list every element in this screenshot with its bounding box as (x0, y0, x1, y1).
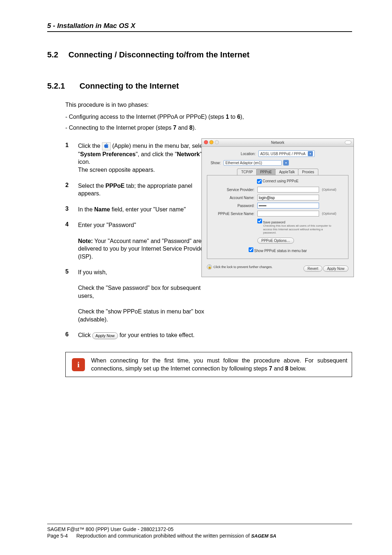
info-icon-wrap: i (66, 352, 91, 377)
zoom-icon[interactable] (215, 140, 219, 144)
step-1: 1 Click the (Apple) menu in the menu bar… (65, 142, 211, 174)
show-status-checkbox[interactable] (249, 247, 253, 252)
step-number: 1 (65, 142, 78, 174)
page-number: Page 5-4 (47, 533, 68, 539)
steps-container: Network Location: ADSL USB PPPoE / PPPoA… (65, 142, 352, 377)
step-5: 5 If you wish, Check the "Save password"… (65, 268, 211, 323)
intro-text: This procedure is in two phases: (65, 102, 352, 108)
pppoe-options-button[interactable]: PPPoE Options… (257, 238, 294, 244)
step-number: 6 (65, 331, 78, 339)
tab-proxies[interactable]: Proxies (298, 169, 318, 175)
tab-panel: Connect using PPPoE Service Provider:(Op… (207, 175, 348, 259)
show-select-arrow[interactable]: ▾ (283, 160, 289, 166)
subsection-heading: 5.2.1Connecting to the Internet (47, 81, 352, 91)
phase-1: - Configuring access to the Internet (PP… (65, 114, 352, 120)
optional-label: (Optional) (322, 188, 336, 191)
tabs: TCP/IP PPPoE AppleTalk Proxies (207, 169, 348, 175)
chevron-updown-icon: ▾ (308, 151, 313, 156)
info-icon: i (72, 358, 85, 371)
lock-row: 🔒Click the lock to prevent further chang… (207, 264, 273, 270)
step-body: Select the PPPoE tab; the appropriate pa… (78, 182, 211, 198)
step-3: 3 In the Name field, enter your "User na… (65, 206, 211, 214)
subsection-title: Connecting to the Internet (79, 81, 179, 90)
step-2: 2 Select the PPPoE tab; the appropriate … (65, 182, 211, 198)
network-preferences-window: Network Location: ADSL USB PPPoE / PPPoA… (201, 138, 354, 277)
footer-line-1: SAGEM F@st™ 800 (PPP) User Guide - 28802… (47, 526, 352, 532)
show-select[interactable]: Ethernet Adaptor (en1) (224, 160, 282, 166)
subsection-number: 5.2.1 (47, 81, 65, 91)
location-label: Location: (241, 152, 256, 156)
pppoe-service-name-input[interactable] (257, 211, 319, 216)
account-name-label: Account Name: (211, 196, 254, 200)
tab-appletalk[interactable]: AppleTalk (275, 169, 299, 175)
footer-line-2: Page 5-4 Reproduction and communication … (47, 533, 352, 539)
pane-body: Location: ADSL USB PPPoE / PPPoA▾ Show: … (202, 147, 354, 277)
section-title: Connecting / Disconnecting to/from the I… (69, 50, 250, 59)
section-heading: 5.2Connecting / Disconnecting to/from th… (47, 50, 352, 60)
apple-menu-icon (102, 142, 111, 150)
save-password-hint: Checking this box allows all users of th… (263, 224, 336, 235)
step-body: If you wish, Check the "Save password" b… (78, 268, 211, 323)
tab-pppoe[interactable]: PPPoE (256, 169, 276, 175)
page-footer: SAGEM F@st™ 800 (PPP) User Guide - 28802… (47, 524, 352, 539)
step-body: In the Name field, enter your "User name… (78, 206, 186, 214)
show-label: Show: (207, 161, 221, 165)
section-number: 5.2 (47, 50, 58, 60)
lock-text: Click the lock to prevent further change… (213, 265, 273, 269)
window-titlebar: Network (202, 139, 354, 147)
step-number: 5 (65, 268, 78, 323)
chapter-title: 5 - Installation in Mac OS X (47, 22, 352, 30)
save-password-checkbox[interactable] (257, 219, 262, 223)
step-number: 2 (65, 182, 78, 198)
lock-icon[interactable]: 🔒 (207, 264, 212, 270)
revert-button[interactable]: Revert (303, 266, 322, 272)
step-body: Enter your "Password" Note: Your "Accoun… (78, 221, 211, 260)
connect-using-pppoe-checkbox[interactable] (257, 179, 262, 184)
step-6: 6 Click Apply Now for your entries to ta… (65, 331, 211, 339)
location-select[interactable]: ADSL USB PPPoE / PPPoA▾ (258, 150, 315, 157)
step-body: Click Apply Now for your entries to take… (78, 331, 195, 339)
connect-using-pppoe-label: Connect using PPPoE (262, 179, 298, 183)
step-4: 4 Enter your "Password" Note: Your "Acco… (65, 221, 211, 260)
minimize-icon[interactable] (209, 140, 213, 144)
service-provider-input[interactable] (257, 187, 319, 193)
save-password-label: Save password (263, 220, 286, 224)
service-provider-label: Service Provider: (211, 188, 254, 192)
password-label: Password: (211, 204, 254, 208)
chevron-updown-icon: ▾ (283, 160, 289, 165)
step-number: 3 (65, 206, 78, 214)
apply-now-button[interactable]: Apply Now (323, 266, 348, 272)
toolbar-toggle-icon[interactable] (345, 141, 351, 144)
show-status-label: Show PPPoE status in menu bar (254, 249, 307, 253)
window-title: Network (271, 141, 285, 145)
close-icon[interactable] (204, 140, 208, 144)
info-note-text: When connecting for the first time, you … (91, 352, 352, 377)
account-name-input[interactable] (257, 195, 319, 200)
header-rule (47, 31, 352, 32)
brand-name: SAGEM SA (251, 533, 276, 539)
password-input[interactable] (257, 203, 319, 208)
pppoe-service-name-label: PPPoE Service Name: (211, 212, 254, 216)
traffic-lights (204, 140, 219, 144)
optional-label-2: (Optional) (322, 212, 336, 215)
info-note-box: i When connecting for the first time, yo… (65, 352, 352, 377)
phase-2: - Connecting to the Internet proper (ste… (65, 125, 352, 131)
tab-tcpip[interactable]: TCP/IP (237, 169, 257, 175)
step-body: Click the (Apple) menu in the menu bar, … (78, 142, 211, 174)
apply-now-inline-button: Apply Now (92, 332, 118, 339)
step-number: 4 (65, 221, 78, 260)
